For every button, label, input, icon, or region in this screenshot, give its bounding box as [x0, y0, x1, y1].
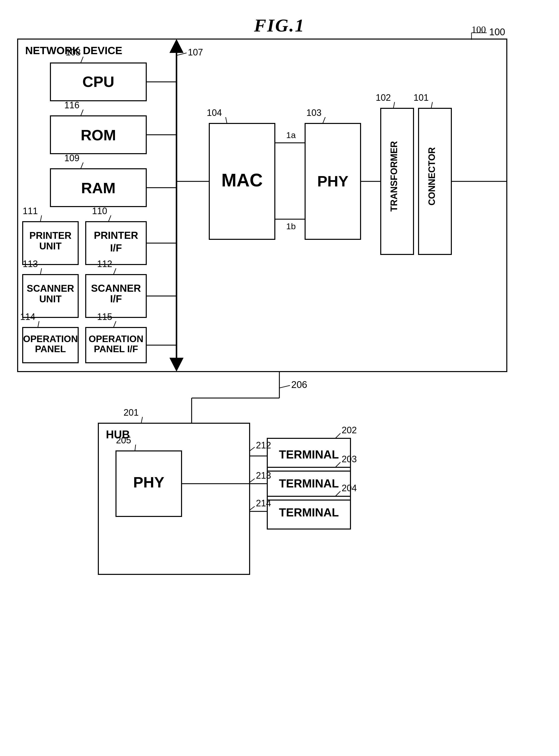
svg-text:UNIT: UNIT [39, 294, 62, 304]
svg-text:1a: 1a [286, 130, 296, 140]
svg-line-66 [393, 102, 395, 108]
svg-text:111: 111 [23, 206, 38, 216]
svg-marker-47 [170, 39, 183, 53]
svg-line-34 [40, 268, 42, 275]
svg-line-92 [135, 445, 136, 451]
svg-line-19 [108, 215, 111, 222]
svg-text:114: 114 [20, 312, 35, 322]
svg-text:109: 109 [64, 153, 80, 163]
svg-text:1b: 1b [286, 221, 296, 231]
svg-text:206: 206 [291, 379, 307, 390]
svg-text:116: 116 [64, 100, 80, 110]
svg-text:PRINTER: PRINTER [29, 230, 72, 241]
svg-text:204: 204 [342, 483, 357, 493]
svg-text:RAM: RAM [81, 180, 116, 196]
svg-text:103: 103 [306, 108, 321, 118]
svg-text:PHY: PHY [317, 173, 348, 190]
svg-text:TERMINAL: TERMINAL [279, 477, 339, 490]
svg-text:PANEL: PANEL [35, 344, 66, 354]
svg-text:212: 212 [256, 440, 271, 450]
svg-text:PANEL I/F: PANEL I/F [94, 344, 138, 354]
svg-text:104: 104 [207, 108, 222, 118]
svg-text:OPERATION: OPERATION [89, 334, 143, 344]
svg-text:201: 201 [124, 407, 139, 418]
svg-text:203: 203 [342, 454, 357, 464]
svg-text:I/F: I/F [110, 242, 122, 254]
svg-line-100 [250, 479, 255, 482]
svg-line-14 [81, 163, 83, 169]
svg-line-88 [141, 417, 142, 423]
svg-text:TERMINAL: TERMINAL [279, 448, 339, 461]
svg-line-84 [280, 385, 290, 388]
svg-text:107: 107 [188, 47, 203, 57]
svg-text:205: 205 [116, 435, 131, 445]
svg-line-24 [40, 215, 42, 222]
svg-text:108: 108 [66, 47, 81, 57]
svg-line-97 [250, 447, 255, 451]
svg-line-39 [113, 321, 116, 328]
svg-text:112: 112 [97, 259, 112, 269]
svg-text:TERMINAL: TERMINAL [279, 506, 339, 519]
svg-text:TRANSFORMER: TRANSFORMER [389, 141, 399, 212]
svg-line-111 [335, 462, 340, 467]
svg-line-29 [113, 268, 116, 275]
svg-line-10 [81, 110, 83, 116]
svg-text:213: 213 [256, 470, 271, 481]
svg-text:PRINTER: PRINTER [94, 230, 138, 241]
svg-text:102: 102 [376, 92, 391, 103]
svg-rect-86 [98, 423, 250, 574]
svg-text:I/F: I/F [110, 293, 122, 304]
svg-line-53 [226, 117, 227, 123]
svg-text:MAC: MAC [221, 170, 263, 190]
svg-line-70 [431, 102, 432, 108]
svg-line-61 [323, 117, 325, 123]
svg-line-49 [177, 53, 186, 55]
svg-text:113: 113 [23, 259, 38, 269]
svg-line-44 [38, 321, 39, 328]
svg-text:110: 110 [92, 206, 107, 216]
svg-text:101: 101 [413, 92, 429, 103]
svg-text:SCANNER: SCANNER [27, 283, 74, 294]
svg-text:202: 202 [342, 425, 357, 435]
svg-line-103 [250, 506, 255, 510]
svg-text:115: 115 [97, 312, 112, 322]
svg-marker-48 [170, 358, 183, 372]
diagram-svg: NETWORK DEVICE 100 CPU 108 ROM 116 RAM 1… [0, 0, 559, 756]
svg-text:OPERATION: OPERATION [23, 334, 78, 344]
svg-line-6 [81, 57, 83, 63]
svg-text:ROM: ROM [81, 127, 116, 144]
svg-text:PHY: PHY [133, 474, 164, 491]
svg-text:CONNECTOR: CONNECTOR [427, 147, 437, 205]
svg-text:UNIT: UNIT [39, 241, 62, 252]
svg-line-107 [335, 433, 340, 438]
svg-line-115 [335, 491, 340, 496]
svg-text:100: 100 [489, 27, 505, 37]
svg-text:SCANNER: SCANNER [91, 283, 141, 294]
svg-text:CPU: CPU [83, 73, 114, 90]
